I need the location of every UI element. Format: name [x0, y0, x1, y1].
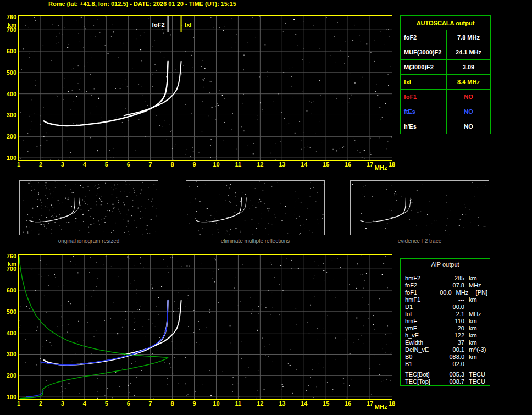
aip-row-label: Ewidth [405, 339, 445, 346]
y-axis-unit-label: km [0, 22, 16, 28]
aip-row-label: DelN_vE [405, 346, 445, 353]
x-tick-label: 9 [192, 162, 196, 168]
autoscala-row-label: fxI [401, 75, 447, 89]
aip-row: foF100.0MHz[PN] [401, 289, 490, 296]
x-tick-label: 5 [105, 401, 108, 407]
x-tick-label: 11 [235, 162, 242, 168]
aip-row-unit: km [469, 296, 487, 303]
autoscala-row: MUF(3000)F224.1 MHz [401, 45, 490, 59]
aip-row-value: 37 [445, 339, 464, 346]
autoscala-output-rows: foF27.8 MHzMUF(3000)F224.1 MHzM(3000)F23… [401, 30, 490, 134]
x-tick-label: 6 [127, 401, 130, 407]
aip-row-label: hmF2 [405, 275, 445, 281]
x-tick-label: 18 [389, 162, 395, 168]
x-tick-label: 16 [345, 162, 351, 168]
thumbnail-caption: eliminate multiple reflections [186, 238, 325, 244]
x-tick-label: 13 [279, 401, 285, 407]
y-tick-label: 400 [0, 330, 16, 336]
aip-row-label: foF2 [405, 282, 445, 289]
aip-tec-divider [401, 369, 490, 369]
thumb-original-ionogram [19, 180, 158, 235]
x-tick-label: 8 [171, 401, 174, 407]
aip-row-label: D1 [405, 303, 445, 310]
autoscala-row: foF1NO [401, 89, 490, 104]
autoscala-output-table: AUTOSCALA output foF27.8 MHzMUF(3000)F22… [400, 15, 491, 134]
bottom-ionogram-canvas [19, 255, 392, 399]
thumb-eliminate-reflections-canvas [186, 181, 324, 235]
noise-dots [19, 255, 392, 399]
o-trace-line [196, 198, 241, 222]
aip-row: hmF2285km [401, 274, 490, 281]
thumb-original-ionogram-canvas [20, 181, 158, 235]
y-tick-label: 100 [0, 155, 16, 161]
aip-row: B0088.0km [401, 353, 490, 360]
autoscala-row-label: M(3000)F2 [401, 60, 447, 74]
aip-row-unit: MHz [456, 289, 475, 296]
aip-row-unit: km [469, 325, 487, 331]
aip-tec-unit: TECU [469, 371, 487, 378]
aip-row-label: h_vE [405, 332, 445, 339]
x-axis-unit-label: MHz [375, 404, 387, 410]
autoscala-app-window: Rome (lat: +41.8, lon: 012.5) - DATE: 20… [0, 0, 532, 415]
x-tick-label: 2 [39, 401, 42, 407]
aip-row-unit: m^(-3) [469, 346, 487, 353]
x-tick-label: 7 [149, 162, 152, 168]
x-tick-label: 16 [345, 401, 351, 407]
y-tick-label: 600 [0, 48, 16, 54]
grid-lines [19, 255, 392, 399]
aip-row: h_vE122km [401, 331, 490, 339]
x-tick-label: 2 [39, 162, 42, 168]
bottom-ionogram-chart [18, 254, 392, 400]
x-tick-label: 12 [257, 162, 263, 168]
y-tick-label: 600 [0, 287, 16, 294]
aip-row: D100.0 [401, 303, 490, 310]
aip-row: B102.0 [401, 360, 490, 367]
thumbnail-caption: original ionogram resized [19, 238, 158, 244]
y-tick-label: 200 [0, 373, 16, 379]
aip-row: foE2.1MHz [401, 310, 490, 317]
autoscala-row-label: ftEs [401, 104, 447, 119]
x-tick-label: 14 [301, 162, 307, 168]
aip-row: Ewidth37km [401, 339, 490, 346]
x-tick-label: 9 [192, 401, 196, 407]
autoscala-row-value: 24.1 MHz [447, 45, 490, 59]
aip-row-value: 2.1 [445, 311, 464, 317]
aip-row-unit: km [469, 275, 487, 281]
aip-row-unit: km [469, 332, 487, 339]
x-tick-label: 7 [149, 401, 152, 407]
aip-row-value: 088.0 [445, 353, 464, 360]
y-tick-label: 300 [0, 351, 16, 357]
x-tick-label: 15 [323, 162, 329, 168]
aip-output-table: AIP output hmF2285kmfoF207.8MHzfoF100.0M… [400, 258, 490, 386]
aip-output-title: AIP output [401, 259, 490, 270]
aip-tec-value: 005.3 [445, 371, 464, 378]
y-tick-label: 500 [0, 70, 16, 76]
foF2-marker-label: foF2 [152, 21, 164, 28]
x-trace-line [59, 198, 80, 218]
aip-row-label: hmE [405, 318, 445, 324]
x-tick-label: 14 [301, 401, 307, 407]
aip-tec-value: 008.7 [445, 378, 464, 385]
autoscala-row-value: NO [447, 104, 490, 119]
aip-row-unit: MHz [469, 311, 487, 317]
y-tick-label: 760 [0, 14, 16, 20]
autoscala-row: h'EsNO [401, 119, 490, 134]
noise-dots [187, 181, 324, 235]
top-ionogram-canvas: foF2fxI [19, 16, 392, 160]
aip-output-rows: hmF2285kmfoF207.8MHzfoF100.0MHz[PN]hmF1-… [401, 274, 490, 367]
aip-row-extra: [PN] [476, 289, 487, 296]
aip-row-label: foF1 [405, 289, 432, 296]
autoscala-row-value: 3.09 [447, 60, 490, 74]
y-tick-label: 500 [0, 309, 16, 315]
y-tick-label: 400 [0, 91, 16, 97]
x-tick-label: 3 [61, 162, 64, 168]
x-tick-label: 18 [389, 401, 395, 407]
page-title: Rome (lat: +41.8, lon: 012.5) - DATE: 20… [48, 1, 236, 7]
fitted-trace-line [41, 300, 168, 365]
x-tick-label: 4 [83, 401, 86, 407]
autoscala-row: ftEsNO [401, 104, 490, 119]
autoscala-row: foF27.8 MHz [401, 30, 490, 45]
aip-row: hmF1---km [401, 296, 490, 303]
y-tick-label: 300 [0, 112, 16, 118]
thumb-eliminate-reflections [186, 180, 325, 235]
